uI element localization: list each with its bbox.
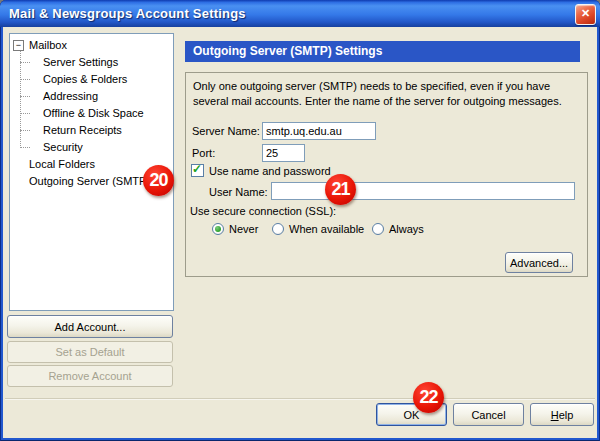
port-input[interactable] bbox=[262, 144, 305, 162]
radio-always-label[interactable]: Always bbox=[389, 223, 424, 235]
tree-item-offline-disk-space[interactable]: Offline & Disk Space bbox=[10, 105, 173, 122]
tree-item-mailbox[interactable]: − Mailbox bbox=[10, 37, 173, 54]
panel-header: Outgoing Server (SMTP) Settings bbox=[185, 41, 580, 62]
account-settings-dialog: Mail & Newsgroups Account Settings ✕ − M… bbox=[0, 0, 600, 441]
cancel-button[interactable]: Cancel bbox=[453, 403, 524, 426]
server-name-label: Server Name: bbox=[192, 125, 260, 137]
tree-item-security[interactable]: Security bbox=[10, 139, 173, 156]
close-icon[interactable]: ✕ bbox=[575, 4, 596, 25]
remove-account-button: Remove Account bbox=[7, 365, 173, 387]
checkmark-icon: ✓ bbox=[192, 162, 202, 176]
button-row-separator bbox=[5, 398, 595, 399]
annotation-badge-22: 22 bbox=[413, 382, 444, 413]
tree-item-addressing[interactable]: Addressing bbox=[10, 88, 173, 105]
title-bar[interactable]: Mail & Newsgroups Account Settings ✕ bbox=[0, 0, 600, 27]
dialog-body: − Mailbox Server Settings Copies & Folde… bbox=[3, 27, 597, 438]
collapse-icon[interactable]: − bbox=[13, 40, 24, 51]
radio-never[interactable] bbox=[212, 223, 224, 235]
tree-item-server-settings[interactable]: Server Settings bbox=[10, 54, 173, 71]
tree-item-return-receipts[interactable]: Return Receipts bbox=[10, 122, 173, 139]
radio-when-available-label[interactable]: When available bbox=[289, 223, 364, 235]
help-button[interactable]: Help bbox=[530, 403, 594, 426]
radio-when-available[interactable] bbox=[272, 223, 284, 235]
ssl-label: Use secure connection (SSL): bbox=[190, 205, 336, 217]
set-as-default-button: Set as Default bbox=[7, 341, 173, 363]
annotation-badge-21: 21 bbox=[325, 174, 356, 205]
server-name-input[interactable] bbox=[262, 122, 376, 140]
use-name-password-checkbox[interactable]: ✓ bbox=[191, 164, 204, 177]
user-name-input[interactable] bbox=[271, 182, 575, 200]
radio-always[interactable] bbox=[372, 223, 384, 235]
window-title: Mail & Newsgroups Account Settings bbox=[9, 6, 246, 21]
annotation-badge-20: 20 bbox=[143, 165, 174, 196]
radio-never-label[interactable]: Never bbox=[229, 223, 258, 235]
advanced-button[interactable]: Advanced... bbox=[505, 252, 573, 273]
port-label: Port: bbox=[192, 147, 215, 159]
tree-item-copies-folders[interactable]: Copies & Folders bbox=[10, 71, 173, 88]
smtp-description: Only one outgoing server (SMTP) needs to… bbox=[193, 79, 573, 109]
use-name-password-label[interactable]: Use name and password bbox=[209, 165, 331, 177]
user-name-label: User Name: bbox=[209, 186, 268, 198]
add-account-button[interactable]: Add Account... bbox=[7, 315, 173, 338]
